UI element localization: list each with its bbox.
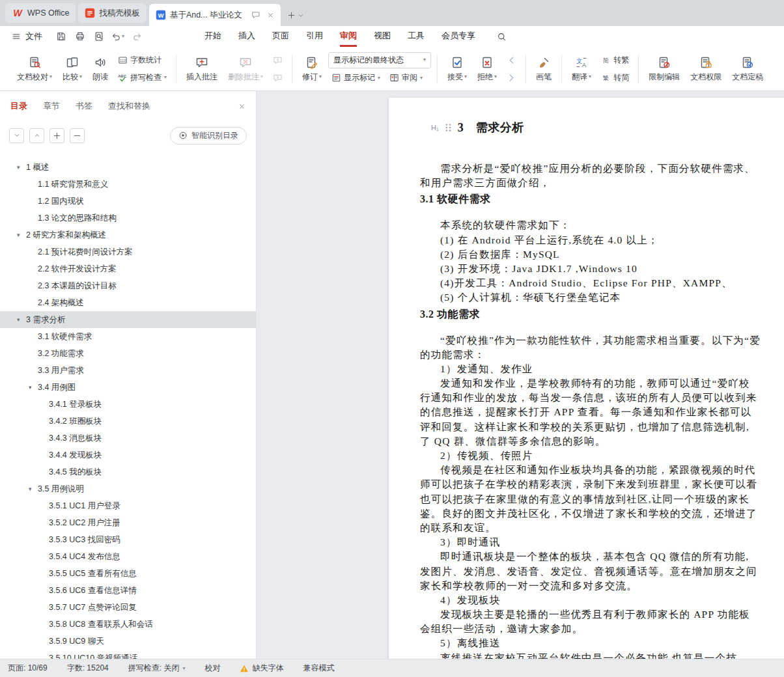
doc-finalize-button[interactable]: 文档定稿 (728, 51, 767, 87)
previous-change-button[interactable] (503, 52, 520, 68)
simplified-to-traditional-button[interactable]: 简转繁 (598, 52, 632, 68)
document-page[interactable]: H₁ 3 需求分析 需求分析是“爱吖校推”应用分析的必要阶段，下面分软硬件需求、… (389, 98, 784, 659)
outline-item[interactable]: 2.1 预计花费时间设计方案 (0, 243, 256, 260)
outline-item[interactable]: 3.5.6 UC6 查看信息详情 (0, 582, 256, 599)
menu-tab-7[interactable]: 会员专享 (433, 26, 484, 47)
menu-tab-2[interactable]: 页面 (264, 26, 298, 47)
drag-handle-icon[interactable] (444, 123, 453, 132)
insert-comment-button[interactable]: 插入批注 (182, 51, 221, 87)
search-button[interactable] (494, 29, 509, 44)
traditional-to-simplified-button[interactable]: 繁转简 (598, 70, 632, 85)
print-preview-button[interactable] (91, 29, 107, 44)
spellcheck-button[interactable]: ABC拼写检查▾ (115, 70, 170, 85)
sidebar-tab-0[interactable]: 目录 (10, 100, 27, 112)
outline-item[interactable]: ▾3.4 用例图 (0, 379, 256, 396)
smart-toc-button[interactable]: 智能识别目录 (170, 127, 247, 145)
next-change-button[interactable] (503, 70, 520, 85)
outline-item[interactable]: 3.5.5 UC5 查看所有信息 (0, 565, 256, 582)
outline-item[interactable]: 3.1 软硬件需求 (0, 328, 256, 345)
track-changes-button[interactable]: 修订▾ (298, 51, 326, 87)
outline-item[interactable]: 3.5.2 UC2 用户注册 (0, 514, 256, 531)
chevron-expanded-icon[interactable]: ▾ (17, 316, 26, 323)
sidebar-tab-1[interactable]: 章节 (43, 100, 60, 112)
read-aloud-button[interactable]: 朗读 (89, 51, 112, 87)
comment-bubble-icon[interactable] (251, 10, 260, 20)
chevron-expanded-icon[interactable]: ▾ (17, 232, 26, 238)
outline-item[interactable]: 1.2 国内现状 (0, 193, 256, 210)
page-indicator[interactable]: 页面: 10/69 (8, 663, 48, 674)
outline-item[interactable]: 2.3 本课题的设计目标 (0, 277, 256, 294)
proofread-button[interactable]: 校对 (204, 663, 220, 674)
sidebar-tab-2[interactable]: 书签 (76, 100, 92, 112)
outline-item[interactable]: 2.2 软件开发设计方案 (0, 260, 256, 277)
file-menu-button[interactable]: 文件 (7, 31, 48, 42)
menu-tab-1[interactable]: 插入 (230, 26, 264, 47)
outline-item[interactable]: 3.4.5 我的板块 (0, 463, 256, 480)
restrict-edit-button[interactable]: 限制编辑 (645, 51, 684, 87)
outline-item[interactable]: ▾1 概述 (0, 159, 256, 176)
new-tab-button[interactable] (287, 11, 304, 20)
tab-template-app[interactable]: 找稿壳模板 (78, 3, 147, 23)
save-button[interactable] (53, 29, 70, 44)
word-count[interactable]: 字数: 15204 (67, 663, 109, 674)
menu-tab-0[interactable]: 开始 (196, 26, 230, 47)
doc-proofread-button[interactable]: 文档校对▾ (13, 51, 56, 87)
expand-level-button[interactable] (49, 128, 64, 143)
outline-item[interactable]: 3.5.4 UC4 发布信息 (0, 548, 256, 565)
expand-all-button[interactable] (29, 128, 44, 143)
outline-item[interactable]: 3.5.3 UC3 找回密码 (0, 531, 256, 548)
tab-close-icon[interactable] (267, 12, 274, 19)
sidebar-close-icon[interactable] (238, 103, 245, 110)
chevron-down-icon[interactable] (298, 12, 304, 19)
show-markup-button[interactable]: 显示标记▾ (328, 70, 384, 86)
outline-item[interactable]: 3.4.3 消息板块 (0, 430, 256, 447)
outline-item[interactable]: 1.3 论文的思路和结构 (0, 210, 256, 227)
outline-item[interactable]: ▾3.5 用例说明 (0, 480, 256, 497)
undo-button[interactable]: ▾ (109, 29, 126, 44)
previous-comment-button[interactable] (270, 52, 286, 68)
outline-item[interactable]: 3.4.2 班圈板块 (0, 413, 256, 430)
redo-button[interactable] (128, 29, 145, 44)
missing-font-warning[interactable]: 缺失字体 (240, 663, 283, 674)
outline-item[interactable]: 3.4.1 登录板块 (0, 396, 256, 413)
doc-permission-button[interactable]: 文档权限 (686, 51, 725, 87)
outline-item[interactable]: 3.2 功能需求 (0, 345, 256, 362)
outline-item[interactable]: 1.1 研究背景和意义 (0, 176, 256, 193)
outline-item[interactable]: 3.5.10 UC10 音视频通话 (0, 650, 256, 659)
outline-item[interactable]: 3.5.1 UC1 用户登录 (0, 497, 256, 514)
tab-thesis-document[interactable]: W 基于And... 毕业论文 (149, 4, 281, 26)
outline-item[interactable]: 3.3 用户需求 (0, 362, 256, 379)
markup-state-combobox[interactable]: 显示标记的最终状态▾ (328, 52, 431, 68)
review-pane-button[interactable]: 审阅▾ (386, 70, 426, 86)
outline-item[interactable]: 3.4.4 发现板块 (0, 447, 256, 463)
sidebar-tab-3[interactable]: 查找和替换 (108, 100, 150, 112)
next-comment-button[interactable] (270, 70, 286, 85)
menu-tab-5[interactable]: 视图 (365, 26, 399, 47)
reject-button[interactable]: 拒绝▾ (473, 51, 501, 87)
compare-button[interactable]: 比较▾ (59, 51, 86, 87)
menu-tab-3[interactable]: 引用 (298, 26, 331, 47)
outline-item[interactable]: 3.5.9 UC9 聊天 (0, 633, 256, 650)
tab-wps-home[interactable]: W WPS Office (5, 3, 76, 23)
chevron-expanded-icon[interactable]: ▾ (29, 486, 38, 492)
outline-item[interactable]: ▾3 需求分析 (0, 311, 256, 328)
word-count-button[interactable]: 123字数统计 (115, 52, 170, 68)
print-button[interactable] (72, 29, 89, 44)
chevron-expanded-icon[interactable]: ▾ (17, 164, 26, 171)
translate-button[interactable]: 文A翻译▾ (568, 51, 595, 87)
collapse-all-button[interactable] (9, 128, 24, 143)
collapse-level-button[interactable] (70, 128, 85, 143)
delete-comment-button[interactable]: 删除批注▾ (224, 51, 267, 87)
menu-tab-6[interactable]: 工具 (399, 26, 433, 47)
document-area[interactable]: H₁ 3 需求分析 需求分析是“爱吖校推”应用分析的必要阶段，下面分软硬件需求、… (257, 91, 784, 659)
menu-tab-4[interactable]: 审阅 (331, 26, 365, 47)
spellcheck-status[interactable]: 拼写检查: 关闭 ▾ (128, 663, 186, 674)
outline-item[interactable]: ▾2 研究方案和架构概述 (0, 227, 256, 243)
outline-item[interactable]: 3.5.8 UC8 查看联系人和会话 (0, 616, 256, 633)
compat-mode[interactable]: 兼容模式 (303, 663, 334, 674)
accept-button[interactable]: 接受▾ (443, 51, 471, 87)
chevron-expanded-icon[interactable]: ▾ (29, 384, 38, 391)
outline-item[interactable]: 3.5.7 UC7 点赞评论回复 (0, 599, 256, 616)
outline-item[interactable]: 2.4 架构概述 (0, 294, 256, 311)
brush-button[interactable]: 画笔 (532, 51, 555, 87)
